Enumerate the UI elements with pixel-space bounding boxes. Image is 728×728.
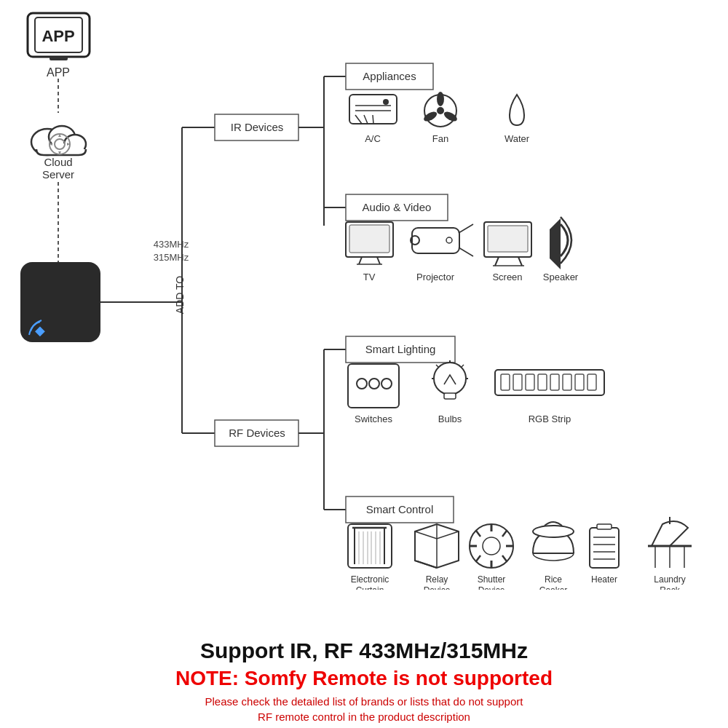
svg-rect-3 xyxy=(50,57,68,60)
svg-text:Smart Lighting: Smart Lighting xyxy=(365,343,436,355)
svg-text:Laundry: Laundry xyxy=(654,574,685,585)
svg-text:Heater: Heater xyxy=(591,574,617,585)
svg-text:Electronic: Electronic xyxy=(351,574,389,585)
svg-rect-131 xyxy=(590,528,619,568)
note-text: NOTE: Somfy Remote is not supported xyxy=(0,667,728,690)
svg-text:APP: APP xyxy=(41,27,74,45)
svg-line-87 xyxy=(462,365,464,367)
svg-text:Curtain: Curtain xyxy=(356,585,384,590)
svg-text:Rice: Rice xyxy=(545,574,562,585)
svg-line-72 xyxy=(518,257,522,266)
svg-text:Device: Device xyxy=(424,585,451,590)
svg-rect-82 xyxy=(444,393,456,399)
svg-text:Projector: Projector xyxy=(416,272,455,282)
diagram-svg: APP APP Cloud Server ◆ xyxy=(0,0,699,590)
main-container: APP APP Cloud Server ◆ xyxy=(0,0,728,728)
svg-text:◆: ◆ xyxy=(35,323,45,338)
svg-rect-70 xyxy=(488,226,528,252)
svg-text:Device: Device xyxy=(478,585,505,590)
svg-line-61 xyxy=(359,257,362,264)
svg-point-54 xyxy=(437,92,444,106)
svg-text:Speaker: Speaker xyxy=(543,272,579,282)
svg-line-86 xyxy=(436,365,438,367)
svg-text:Bulbs: Bulbs xyxy=(438,414,462,424)
app-label: APP xyxy=(47,66,70,79)
svg-text:Cooker: Cooker xyxy=(539,585,568,590)
svg-text:433MHz: 433MHz xyxy=(154,239,189,250)
svg-line-50 xyxy=(373,115,373,124)
svg-rect-132 xyxy=(597,524,612,529)
svg-text:ADD TO: ADD TO xyxy=(174,276,186,314)
svg-text:TV: TV xyxy=(363,272,376,282)
svg-text:Switches: Switches xyxy=(355,414,393,424)
svg-point-128 xyxy=(533,526,574,537)
svg-point-47 xyxy=(383,99,389,105)
svg-text:Server: Server xyxy=(42,168,74,181)
svg-text:Smart Control: Smart Control xyxy=(366,503,434,515)
bottom-text-area: Support IR, RF 433MHz/315MHz NOTE: Somfy… xyxy=(0,638,728,724)
svg-text:Cloud: Cloud xyxy=(44,156,72,168)
svg-text:Water: Water xyxy=(505,133,530,144)
support-text: Support IR, RF 433MHz/315MHz xyxy=(0,638,728,663)
svg-text:Relay: Relay xyxy=(426,574,448,585)
svg-text:RF Devices: RF Devices xyxy=(229,427,285,439)
svg-line-62 xyxy=(377,257,380,264)
svg-text:Audio & Video: Audio & Video xyxy=(363,201,432,213)
svg-text:Screen: Screen xyxy=(492,272,522,282)
svg-line-71 xyxy=(495,257,499,266)
sub-note-text: Please check the detailed list of brands… xyxy=(0,694,728,724)
svg-text:Fan: Fan xyxy=(432,133,448,144)
svg-text:Rack: Rack xyxy=(660,585,680,590)
svg-point-114 xyxy=(483,537,500,555)
svg-text:315MHz: 315MHz xyxy=(154,252,189,263)
svg-point-81 xyxy=(434,363,466,395)
svg-text:A/C: A/C xyxy=(365,133,381,144)
svg-text:Shutter: Shutter xyxy=(478,574,506,585)
svg-text:RGB Strip: RGB Strip xyxy=(529,414,571,424)
svg-text:IR Devices: IR Devices xyxy=(231,121,284,133)
svg-rect-60 xyxy=(349,225,389,253)
svg-rect-15 xyxy=(20,262,100,342)
svg-text:Appliances: Appliances xyxy=(363,70,416,82)
svg-point-53 xyxy=(437,107,444,114)
